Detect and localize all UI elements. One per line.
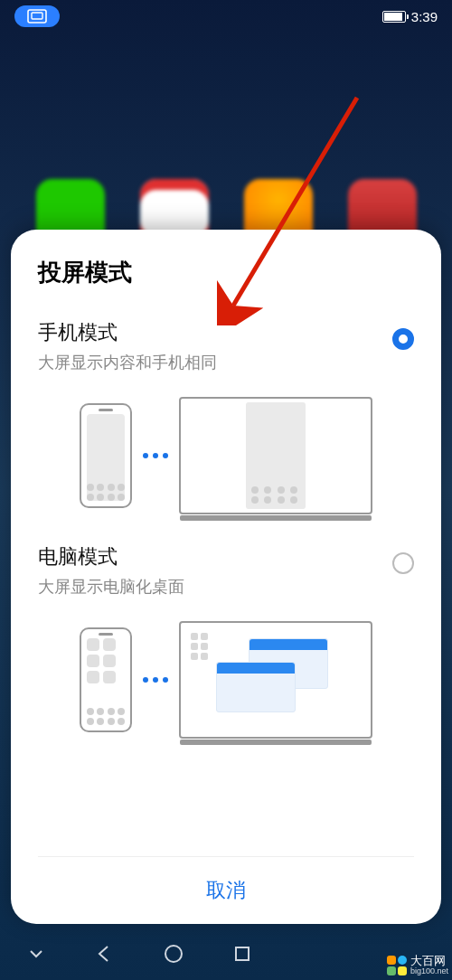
svg-rect-1 — [32, 13, 42, 19]
phone-icon — [80, 627, 132, 732]
pc-mode-illustration — [38, 621, 414, 739]
tv-icon — [179, 397, 372, 514]
arrow-dots-icon — [143, 453, 168, 458]
sheet-title: 投屏模式 — [38, 257, 414, 288]
arrow-dots-icon — [143, 677, 168, 683]
nav-home-icon[interactable] — [163, 943, 184, 965]
cast-icon — [27, 9, 47, 24]
android-nav-bar — [0, 928, 452, 980]
phone-mode-illustration — [38, 397, 414, 514]
nav-recent-icon[interactable] — [233, 945, 251, 963]
watermark: 大百网 big100.net — [387, 955, 448, 976]
svg-rect-0 — [28, 10, 46, 23]
svg-point-3 — [165, 946, 182, 962]
radio-selected-icon[interactable] — [392, 328, 414, 350]
option-phone-mode[interactable]: 手机模式 大屏显示内容和手机相同 — [38, 319, 414, 373]
option-title: 电脑模式 — [38, 543, 378, 570]
watermark-url: big100.net — [410, 967, 448, 976]
tv-icon — [179, 621, 372, 739]
screencast-indicator[interactable] — [14, 5, 60, 27]
nav-dropdown-icon[interactable] — [27, 945, 45, 963]
cast-mode-sheet: 投屏模式 手机模式 大屏显示内容和手机相同 电脑模式 大屏显示电脑化桌面 — [11, 230, 441, 924]
option-sub: 大屏显示内容和手机相同 — [38, 352, 378, 373]
phone-icon — [80, 403, 132, 508]
option-pc-mode[interactable]: 电脑模式 大屏显示电脑化桌面 — [38, 543, 414, 598]
watermark-logo-icon — [387, 956, 407, 975]
cancel-bar: 取消 — [38, 856, 414, 924]
status-left — [14, 5, 60, 27]
cancel-button[interactable]: 取消 — [206, 879, 246, 901]
status-right: 3:39 — [382, 9, 438, 24]
svg-rect-4 — [236, 947, 249, 960]
option-title: 手机模式 — [38, 319, 378, 346]
watermark-name: 大百网 — [410, 955, 448, 967]
status-bar: 3:39 — [0, 0, 452, 33]
radio-unselected-icon[interactable] — [392, 552, 414, 574]
clock: 3:39 — [411, 9, 438, 24]
battery-icon — [382, 11, 406, 23]
nav-back-icon[interactable] — [94, 944, 114, 964]
option-sub: 大屏显示电脑化桌面 — [38, 576, 378, 598]
